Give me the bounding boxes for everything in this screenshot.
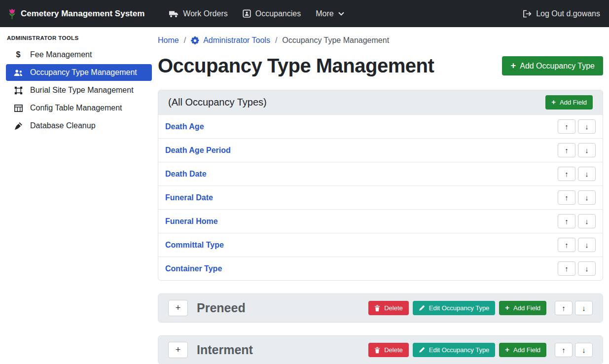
- gear-icon: [191, 36, 199, 45]
- occupancy-type-section-interment: + Interment Delete Edit Occupancy Type: [158, 335, 603, 364]
- dollar-icon: $: [12, 50, 24, 59]
- nav-work-orders-label: Work Orders: [183, 9, 227, 18]
- add-field-button[interactable]: + Add Field: [499, 343, 546, 357]
- field-link[interactable]: Container Type: [165, 264, 222, 273]
- reorder-controls: ↑ ↓: [558, 119, 596, 134]
- section-header: + Interment Delete Edit Occupancy Type: [158, 336, 603, 364]
- move-down-button[interactable]: ↓: [575, 343, 593, 357]
- field-link[interactable]: Funeral Home: [165, 217, 218, 226]
- section-actions: Delete Edit Occupancy Type + Add Field ↑: [368, 343, 593, 357]
- move-down-button[interactable]: ↓: [578, 167, 596, 181]
- expand-button[interactable]: +: [168, 342, 188, 358]
- section-header: + Preneed Delete Edit Occupancy Type: [158, 294, 603, 322]
- section-actions: Delete Edit Occupancy Type + Add Field ↑: [368, 301, 593, 315]
- delete-label: Delete: [384, 304, 403, 312]
- plus-icon: +: [505, 346, 509, 354]
- occupancy-frame-icon: [243, 9, 251, 18]
- plus-icon: +: [551, 99, 556, 106]
- sidebar-item-config-table-management[interactable]: Config Table Management: [6, 100, 152, 116]
- move-down-button[interactable]: ↓: [575, 301, 593, 315]
- sidebar-item-database-cleanup[interactable]: Database Cleanup: [6, 117, 152, 134]
- edit-occupancy-type-button[interactable]: Edit Occupancy Type: [413, 301, 496, 315]
- sidebar-item-label: Burial Site Type Management: [30, 86, 134, 95]
- sidebar-item-label: Occupancy Type Management: [30, 68, 137, 77]
- sidebar-item-label: Database Cleanup: [30, 121, 96, 130]
- move-down-button[interactable]: ↓: [578, 214, 596, 228]
- delete-button[interactable]: Delete: [368, 343, 409, 357]
- move-down-button[interactable]: ↓: [578, 119, 596, 134]
- move-up-button[interactable]: ↑: [558, 214, 575, 228]
- top-navbar: Cemetery Management System Work Orders O…: [0, 0, 609, 27]
- nav-more-label: More: [316, 9, 333, 18]
- reorder-controls: ↑ ↓: [558, 214, 596, 228]
- edit-occupancy-type-button[interactable]: Edit Occupancy Type: [413, 343, 496, 357]
- logout-label: Log Out d.gowans: [536, 9, 600, 18]
- move-up-button[interactable]: ↑: [558, 119, 575, 134]
- logout-link[interactable]: Log Out d.gowans: [515, 5, 601, 22]
- sidebar-item-label: Config Table Management: [30, 104, 122, 112]
- breadcrumb: Home / Administrator Tools / Occupancy T…: [158, 36, 603, 45]
- brand-link[interactable]: Cemetery Management System: [8, 7, 144, 20]
- move-up-button[interactable]: ↑: [558, 167, 575, 181]
- nav-occupancies-label: Occupancies: [255, 9, 301, 18]
- move-up-button[interactable]: ↑: [558, 143, 575, 157]
- field-link[interactable]: Death Date: [165, 170, 207, 179]
- reorder-controls: ↑ ↓: [558, 238, 596, 252]
- nav-more[interactable]: More: [308, 5, 351, 22]
- nav-occupancies[interactable]: Occupancies: [235, 5, 309, 22]
- move-down-button[interactable]: ↓: [578, 238, 596, 252]
- move-up-button[interactable]: ↑: [558, 261, 575, 276]
- occupancy-type-section-preneed: + Preneed Delete Edit Occupancy Type: [158, 293, 603, 323]
- nav-work-orders[interactable]: Work Orders: [161, 5, 235, 22]
- tulip-logo-icon: [8, 7, 16, 20]
- page-title: Occupancy Type Management: [158, 55, 434, 77]
- primary-nav: Work Orders Occupancies More: [161, 5, 351, 22]
- table-icon: [12, 105, 24, 112]
- pencil-icon: [419, 347, 425, 353]
- add-field-button[interactable]: + Add Field: [545, 95, 593, 109]
- reorder-controls: ↑ ↓: [555, 301, 593, 315]
- trash-icon: [374, 347, 380, 354]
- sidebar-item-label: Fee Management: [30, 50, 92, 59]
- expand-button[interactable]: +: [168, 300, 188, 316]
- sidebar-heading: Administrator Tools: [0, 29, 158, 45]
- field-link[interactable]: Death Age: [165, 122, 204, 131]
- breadcrumb-separator: /: [184, 36, 186, 45]
- reorder-controls: ↑ ↓: [555, 343, 593, 357]
- move-up-button[interactable]: ↑: [558, 190, 575, 205]
- sidebar-item-occupancy-type-management[interactable]: Occupancy Type Management: [6, 64, 152, 81]
- section-title: Preneed: [197, 301, 246, 315]
- field-link[interactable]: Death Age Period: [165, 146, 231, 155]
- field-row: Death Age ↑ ↓: [158, 114, 603, 138]
- field-row: Funeral Home ↑ ↓: [158, 209, 603, 233]
- sidebar-item-fee-management[interactable]: $ Fee Management: [6, 46, 152, 63]
- section-title: Interment: [197, 343, 253, 357]
- sidebar-item-burial-site-type-management[interactable]: Burial Site Type Management: [6, 82, 152, 99]
- reorder-controls: ↑ ↓: [558, 261, 596, 276]
- card-title: (All Occupancy Types): [168, 97, 267, 108]
- add-occupancy-type-button[interactable]: + Add Occupancy Type: [502, 56, 603, 75]
- plus-icon: +: [505, 304, 509, 312]
- main-content: Home / Administrator Tools / Occupancy T…: [158, 27, 609, 364]
- logout-icon: [523, 10, 532, 18]
- field-link[interactable]: Funeral Date: [165, 193, 213, 202]
- move-up-button[interactable]: ↑: [555, 343, 573, 357]
- move-down-button[interactable]: ↓: [578, 143, 596, 157]
- move-down-button[interactable]: ↓: [578, 190, 596, 205]
- add-occupancy-type-label: Add Occupancy Type: [520, 62, 595, 71]
- move-up-button[interactable]: ↑: [558, 238, 575, 252]
- breadcrumb-admin-tools[interactable]: Administrator Tools: [191, 36, 270, 45]
- broom-icon: [12, 122, 24, 130]
- add-field-label: Add Field: [560, 99, 587, 106]
- card-header: (All Occupancy Types) + Add Field: [158, 90, 603, 114]
- reorder-controls: ↑ ↓: [558, 143, 596, 157]
- add-field-button[interactable]: + Add Field: [499, 301, 546, 315]
- move-down-button[interactable]: ↓: [578, 261, 596, 276]
- move-up-button[interactable]: ↑: [555, 301, 573, 315]
- all-occupancy-types-card: (All Occupancy Types) + Add Field Death …: [158, 90, 603, 281]
- field-link[interactable]: Committal Type: [165, 241, 224, 250]
- field-row: Death Date ↑ ↓: [158, 162, 603, 185]
- breadcrumb-home[interactable]: Home: [158, 36, 179, 45]
- field-row: Funeral Date ↑ ↓: [158, 185, 603, 209]
- delete-button[interactable]: Delete: [368, 301, 409, 315]
